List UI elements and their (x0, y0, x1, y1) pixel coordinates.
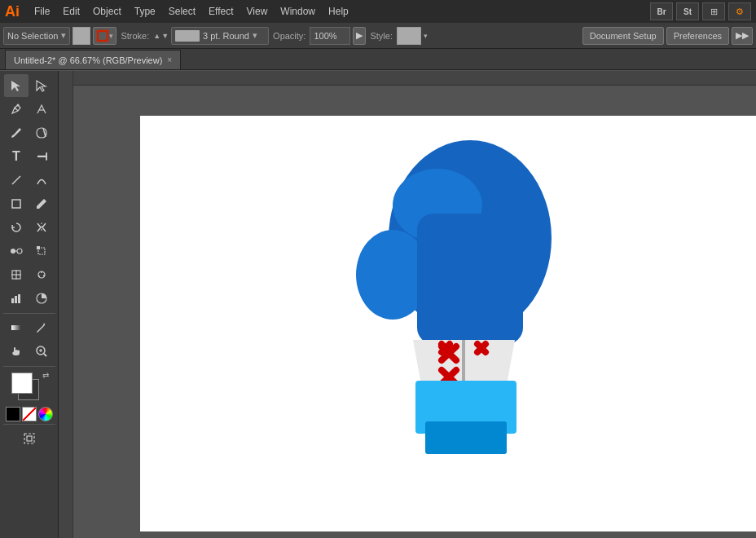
svg-line-24 (44, 354, 46, 356)
selection-tool[interactable] (4, 74, 29, 97)
svg-rect-20 (18, 294, 20, 303)
left-toolbar: T T (0, 71, 59, 538)
opacity-input[interactable] (310, 27, 350, 45)
bridge-icon-btn[interactable]: Br (650, 2, 673, 20)
svg-rect-32 (417, 214, 523, 344)
sync-icon-btn[interactable]: ⚙ (728, 2, 751, 20)
canvas-area (59, 71, 756, 538)
none-color-box[interactable] (22, 407, 37, 421)
selection-dropdown[interactable]: No Selection ▾ (3, 27, 70, 45)
pie-graph-tool[interactable] (29, 287, 54, 310)
app-logo: Ai (5, 3, 20, 20)
rotate-tool[interactable] (4, 216, 29, 239)
menu-file[interactable]: File (28, 0, 56, 23)
workspace-icon-btn[interactable]: ⊞ (702, 2, 725, 20)
svg-rect-18 (11, 298, 14, 303)
fill-color-box[interactable] (73, 27, 90, 45)
svg-point-15 (41, 271, 42, 273)
color-icon[interactable] (38, 407, 53, 421)
tab-title: Untitled-2* @ 66.67% (RGB/Preview) (14, 55, 162, 65)
svg-point-7 (17, 249, 22, 254)
opacity-label: Opacity: (271, 31, 307, 41)
document-tab[interactable]: Untitled-2* @ 66.67% (RGB/Preview) × (5, 50, 181, 69)
brush-tool[interactable] (4, 121, 29, 144)
artboard[interactable] (140, 116, 756, 531)
gradient-tool[interactable] (4, 316, 29, 339)
swap-colors-icon[interactable]: ⇄ (42, 371, 49, 380)
stroke-label: Stroke: (119, 31, 151, 41)
menu-help[interactable]: Help (322, 0, 355, 23)
svg-point-17 (38, 276, 40, 277)
menu-select[interactable]: Select (162, 0, 202, 23)
menu-effect[interactable]: Effect (202, 0, 240, 23)
options-toolbar: No Selection ▾ ▾ Stroke: ▲ ▼ 3 pt. Round… (0, 23, 756, 49)
symbol-sprayer-tool[interactable] (29, 263, 54, 286)
zoom-tool[interactable] (29, 340, 54, 363)
stroke-color-btn[interactable]: ▾ (93, 27, 116, 45)
document-setup-button[interactable]: Document Setup (582, 27, 664, 45)
svg-rect-4 (12, 200, 20, 208)
artwork-svg (344, 132, 588, 507)
extra-btn[interactable]: ▶▶ (732, 27, 753, 45)
add-anchor-tool[interactable] (29, 98, 54, 121)
svg-rect-40 (425, 421, 507, 454)
foreground-color-box[interactable] (11, 373, 33, 394)
vertical-ruler (59, 71, 73, 538)
tab-close-button[interactable]: × (167, 55, 172, 64)
menu-edit[interactable]: Edit (56, 0, 86, 23)
stock-icon-btn[interactable]: St (676, 2, 699, 20)
opacity-arrow-btn[interactable]: ▶ (353, 27, 366, 45)
svg-rect-19 (15, 296, 17, 303)
style-label: Style: (368, 31, 394, 41)
hand-tool[interactable] (4, 340, 29, 363)
menu-object[interactable]: Object (86, 0, 128, 23)
svg-rect-27 (24, 434, 34, 443)
svg-rect-10 (37, 246, 40, 249)
type-tool[interactable]: T (4, 145, 29, 168)
svg-point-6 (11, 249, 15, 254)
pencil-tool[interactable] (29, 192, 54, 215)
menu-view[interactable]: View (240, 0, 275, 23)
default-colors-icon[interactable] (6, 407, 20, 421)
svg-line-3 (12, 176, 20, 184)
tab-bar: Untitled-2* @ 66.67% (RGB/Preview) × (0, 49, 756, 70)
reflect-tool[interactable] (29, 216, 54, 239)
vertical-type-tool[interactable]: T (29, 145, 54, 168)
menu-type[interactable]: Type (128, 0, 162, 23)
style-color-box[interactable] (397, 27, 421, 45)
arc-tool[interactable] (29, 169, 54, 192)
svg-point-1 (17, 104, 20, 107)
rectangle-tool[interactable] (4, 192, 29, 215)
draw-inside-btn[interactable] (17, 427, 42, 450)
svg-point-16 (43, 275, 45, 276)
blend-tool[interactable] (4, 240, 29, 262)
svg-rect-28 (27, 436, 32, 441)
svg-rect-0 (98, 31, 108, 41)
svg-rect-22 (11, 325, 21, 330)
preferences-button[interactable]: Preferences (666, 27, 729, 45)
stroke-width-dropdown[interactable]: 3 pt. Round ▾ (171, 27, 269, 45)
free-transform-tool[interactable] (29, 240, 54, 262)
mesh-tool[interactable] (4, 263, 29, 286)
horizontal-ruler (59, 71, 756, 86)
direct-selection-tool[interactable] (29, 74, 54, 97)
pen-tool[interactable] (4, 98, 29, 121)
menu-bar: Ai File Edit Object Type Select Effect V… (0, 0, 756, 23)
blob-brush-tool[interactable] (29, 121, 54, 144)
line-tool[interactable] (4, 169, 29, 192)
column-graph-tool[interactable] (4, 287, 29, 310)
eyedropper-tool[interactable] (29, 316, 54, 339)
menu-window[interactable]: Window (274, 0, 322, 23)
